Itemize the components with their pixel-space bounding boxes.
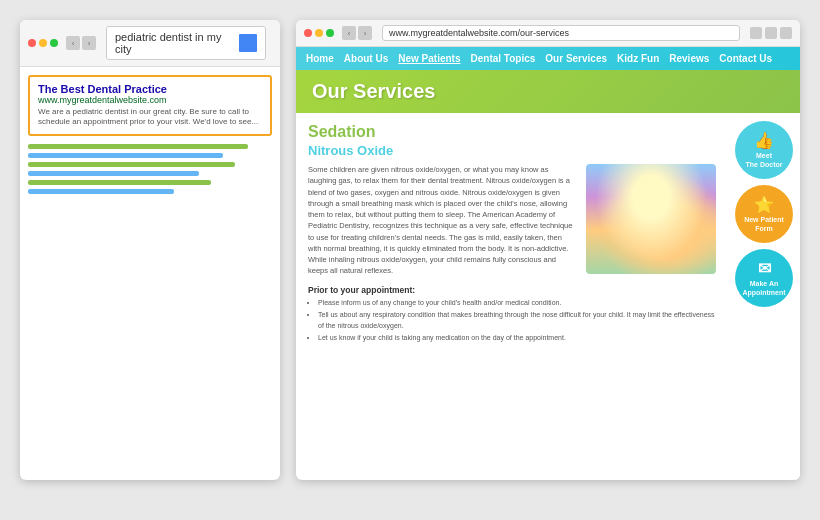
thumbs-up-icon: 👍 — [754, 131, 774, 150]
nav-about[interactable]: About Us — [344, 53, 388, 64]
child-photo-inner — [586, 164, 716, 274]
back-arrow[interactable]: ‹ — [66, 36, 80, 50]
meet-doctor-label: MeetThe Doctor — [746, 152, 783, 169]
forward-arrow-right[interactable]: › — [358, 26, 372, 40]
content-row: Some children are given nitrous oxide/ox… — [308, 164, 716, 277]
result-line-6 — [28, 189, 174, 194]
child-photo — [586, 164, 716, 274]
minimize-button-right[interactable] — [315, 29, 323, 37]
new-patient-label: New PatientForm — [744, 216, 784, 233]
app-container: ‹ › pediatric dentist in my city The Bes… — [0, 0, 820, 520]
body-text: Some children are given nitrous oxide/ox… — [308, 164, 576, 277]
bullet-item-3: Let us know if your child is taking any … — [318, 333, 716, 344]
search-result-item[interactable]: The Best Dental Practice www.mygreatdent… — [28, 75, 272, 136]
site-nav: Home About Us New Patients Dental Topics… — [296, 47, 800, 70]
maximize-button-right[interactable] — [326, 29, 334, 37]
result-description: We are a pediatric dentist in our great … — [38, 107, 262, 128]
right-sidebar: 👍 MeetThe Doctor ⭐ New PatientForm ✉ Mak… — [728, 113, 800, 480]
hero-title: Our Services — [312, 80, 784, 103]
section-title: Sedation — [308, 123, 716, 141]
address-bar[interactable]: www.mygreatdentalwebsite.com/our-service… — [382, 25, 740, 41]
left-browser-panel: ‹ › pediatric dentist in my city The Bes… — [20, 20, 280, 480]
close-button-right[interactable] — [304, 29, 312, 37]
minimize-button[interactable] — [39, 39, 47, 47]
bullet-item-2: Tell us about any respiratory condition … — [318, 310, 716, 331]
nav-arrows-right: ‹ › — [342, 26, 372, 40]
result-line-4 — [28, 171, 199, 176]
bullet-list: Please inform us of any change to your c… — [308, 298, 716, 344]
browser-icons — [750, 27, 792, 39]
close-button[interactable] — [28, 39, 36, 47]
forward-arrow[interactable]: › — [82, 36, 96, 50]
new-patient-form-button[interactable]: ⭐ New PatientForm — [735, 185, 793, 243]
main-content: Sedation Nitrous Oxide Some children are… — [296, 113, 728, 480]
traffic-lights — [28, 39, 58, 47]
traffic-lights-right — [304, 29, 334, 37]
nav-our-services[interactable]: Our Services — [545, 53, 607, 64]
back-arrow-right[interactable]: ‹ — [342, 26, 356, 40]
browser-icon-3[interactable] — [780, 27, 792, 39]
nav-reviews[interactable]: Reviews — [669, 53, 709, 64]
content-area: Sedation Nitrous Oxide Some children are… — [296, 113, 800, 480]
result-line-1 — [28, 144, 248, 149]
nav-kidz-fun[interactable]: Kidz Fun — [617, 53, 659, 64]
maximize-button[interactable] — [50, 39, 58, 47]
result-line-3 — [28, 162, 235, 167]
nav-new-patients[interactable]: New Patients — [398, 53, 460, 64]
search-bar[interactable]: pediatric dentist in my city — [106, 26, 266, 60]
meet-doctor-button[interactable]: 👍 MeetThe Doctor — [735, 121, 793, 179]
prior-block: Prior to your appointment: Please inform… — [308, 285, 716, 344]
nav-dental-topics[interactable]: Dental Topics — [471, 53, 536, 64]
result-title: The Best Dental Practice — [38, 83, 262, 95]
bullet-item-1: Please inform us of any change to your c… — [318, 298, 716, 309]
browser-icon-1[interactable] — [750, 27, 762, 39]
nav-home[interactable]: Home — [306, 53, 334, 64]
search-button[interactable] — [239, 34, 257, 52]
result-url: www.mygreatdentalwebsite.com — [38, 95, 262, 105]
result-placeholder-lines — [28, 144, 272, 194]
hero-banner: Our Services — [296, 70, 800, 113]
browser-icon-2[interactable] — [765, 27, 777, 39]
search-text: pediatric dentist in my city — [115, 31, 239, 55]
result-line-2 — [28, 153, 223, 158]
appointment-label: Make AnAppointment — [742, 280, 785, 297]
browser-bar-left: ‹ › pediatric dentist in my city — [20, 20, 280, 67]
result-line-5 — [28, 180, 211, 185]
nav-contact[interactable]: Contact Us — [719, 53, 772, 64]
browser-bar-right: ‹ › www.mygreatdentalwebsite.com/our-ser… — [296, 20, 800, 47]
make-appointment-button[interactable]: ✉ Make AnAppointment — [735, 249, 793, 307]
search-results: The Best Dental Practice www.mygreatdent… — [20, 67, 280, 206]
right-browser-panel: ‹ › www.mygreatdentalwebsite.com/our-ser… — [296, 20, 800, 480]
envelope-icon: ✉ — [758, 259, 771, 278]
star-icon: ⭐ — [754, 195, 774, 214]
prior-title: Prior to your appointment: — [308, 285, 716, 295]
section-subtitle: Nitrous Oxide — [308, 143, 716, 158]
nav-arrows: ‹ › — [66, 36, 96, 50]
